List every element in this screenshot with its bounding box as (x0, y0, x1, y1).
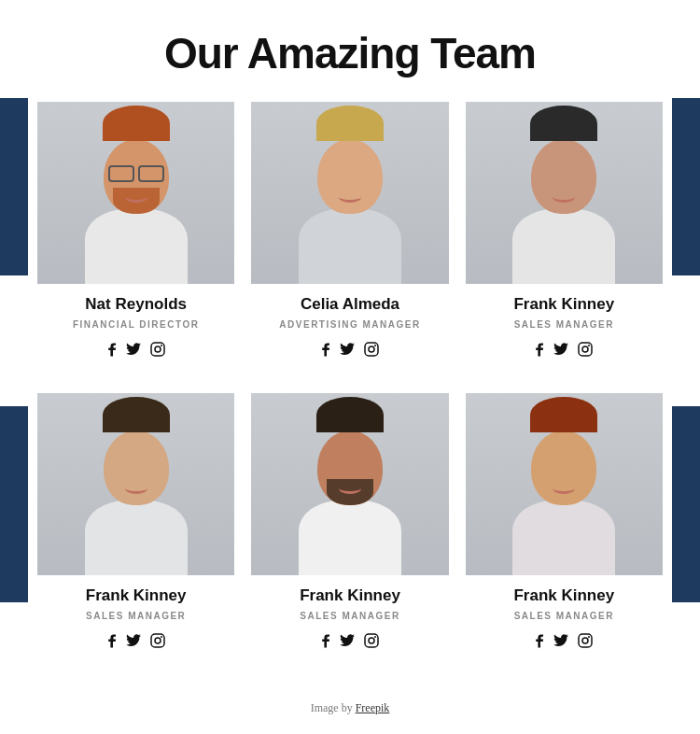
member-head (531, 139, 596, 214)
member-name: Frank Kinney (300, 586, 400, 605)
member-smile (125, 191, 147, 203)
svg-rect-9 (151, 634, 164, 647)
svg-point-2 (161, 345, 162, 346)
member-smile (125, 483, 147, 494)
facebook-icon[interactable] (107, 341, 117, 361)
svg-rect-3 (365, 343, 378, 356)
twitter-icon[interactable] (340, 634, 355, 651)
page-footer: Image by Freepik (0, 685, 700, 734)
member-role: ADVERTISING MANAGER (279, 318, 420, 332)
member-body (512, 501, 615, 575)
member-hair (530, 397, 597, 432)
member-name: Frank Kinney (513, 586, 614, 605)
page-wrapper: Our Amazing Team Nat ReynoldsFINANCIAL D… (0, 0, 700, 734)
instagram-icon[interactable] (364, 633, 379, 652)
member-name: Frank Kinney (513, 295, 614, 314)
member-head (317, 431, 383, 505)
team-card: Frank KinneySALES MANAGER (37, 393, 234, 668)
svg-rect-15 (579, 634, 592, 647)
member-photo (37, 393, 234, 575)
team-card: Frank KinneySALES MANAGER (466, 393, 663, 668)
member-head (531, 431, 596, 505)
member-name: Celia Almeda (301, 295, 399, 314)
svg-point-17 (588, 636, 590, 638)
member-head (317, 139, 383, 214)
social-icons (535, 632, 593, 653)
svg-point-16 (582, 638, 588, 643)
member-smile (553, 483, 575, 494)
member-hair (316, 397, 384, 432)
instagram-icon[interactable] (364, 342, 379, 360)
page-header: Our Amazing Team (0, 0, 700, 102)
footer-text: Image by (311, 701, 356, 714)
member-photo (251, 102, 448, 284)
facebook-icon[interactable] (321, 632, 330, 653)
member-hair (530, 106, 597, 141)
member-role: FINANCIAL DIRECTOR (73, 318, 200, 332)
twitter-icon[interactable] (553, 343, 568, 360)
footer-note: Image by Freepik (0, 685, 700, 734)
svg-point-4 (369, 346, 374, 352)
svg-rect-0 (151, 343, 164, 356)
svg-point-13 (369, 638, 374, 643)
member-head (104, 431, 169, 505)
member-glasses (108, 165, 164, 178)
facebook-icon[interactable] (321, 341, 330, 361)
social-icons (535, 341, 593, 361)
member-smile (339, 191, 361, 203)
facebook-icon[interactable] (107, 632, 117, 653)
svg-point-10 (155, 638, 161, 643)
facebook-icon[interactable] (535, 341, 544, 361)
member-role: SALES MANAGER (514, 610, 614, 623)
team-card: Frank KinneySALES MANAGER (251, 393, 448, 668)
member-name: Frank Kinney (86, 586, 187, 605)
member-hair (103, 106, 170, 141)
team-grid: Nat ReynoldsFINANCIAL DIRECTORCelia Alme… (0, 102, 700, 668)
team-card: Celia AlmedaADVERTISING MANAGER (251, 102, 448, 376)
member-role: SALES MANAGER (86, 610, 186, 623)
twitter-icon[interactable] (126, 634, 141, 651)
instagram-icon[interactable] (578, 342, 593, 360)
page-title: Our Amazing Team (0, 28, 700, 78)
member-hair (316, 106, 384, 141)
team-card: Nat ReynoldsFINANCIAL DIRECTOR (37, 102, 234, 376)
social-icons (321, 341, 379, 361)
member-photo (466, 102, 663, 284)
svg-point-7 (582, 346, 588, 352)
member-smile (339, 483, 361, 494)
svg-point-8 (588, 345, 590, 346)
twitter-icon[interactable] (126, 343, 141, 360)
member-body (299, 501, 401, 575)
twitter-icon[interactable] (340, 343, 355, 360)
member-body (85, 209, 188, 284)
member-name: Nat Reynolds (85, 295, 187, 314)
twitter-icon[interactable] (553, 634, 568, 651)
member-body (85, 501, 188, 575)
social-icons (321, 632, 379, 653)
svg-rect-6 (579, 343, 592, 356)
member-role: SALES MANAGER (300, 610, 399, 623)
member-photo (37, 102, 234, 284)
member-smile (553, 191, 575, 203)
instagram-icon[interactable] (150, 633, 165, 652)
social-icons (107, 632, 165, 653)
member-body (512, 209, 615, 284)
facebook-icon[interactable] (535, 632, 544, 653)
member-head (104, 139, 169, 214)
freepik-link[interactable]: Freepik (356, 701, 390, 714)
instagram-icon[interactable] (578, 633, 593, 652)
svg-point-14 (374, 636, 376, 638)
team-card: Frank KinneySALES MANAGER (466, 102, 663, 376)
svg-point-11 (161, 636, 162, 638)
member-photo (466, 393, 663, 575)
social-icons (107, 341, 165, 361)
member-role: SALES MANAGER (514, 318, 614, 332)
svg-point-1 (155, 346, 161, 352)
instagram-icon[interactable] (150, 342, 165, 360)
member-photo (251, 393, 448, 575)
member-hair (103, 397, 170, 432)
svg-rect-12 (365, 634, 378, 647)
member-body (299, 209, 401, 284)
svg-point-5 (374, 345, 376, 346)
